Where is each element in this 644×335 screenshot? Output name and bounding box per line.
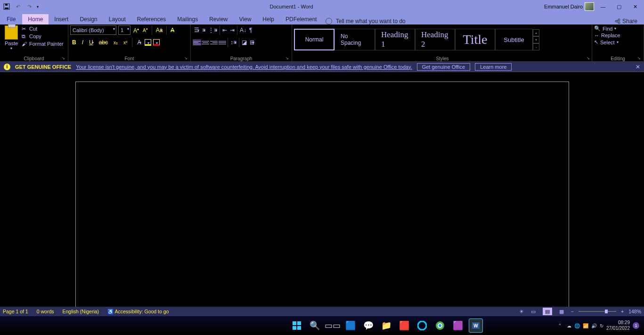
accessibility-indicator[interactable]: ♿ Accessibility: Good to go <box>107 309 169 315</box>
store-button[interactable]: 🟥 <box>397 319 411 333</box>
tell-me-search[interactable]: Tell me what you want to do <box>326 18 406 25</box>
tab-help[interactable]: Help <box>257 14 280 25</box>
share-button[interactable]: Share <box>615 18 644 25</box>
style-heading1[interactable]: Heading 1 <box>375 29 415 50</box>
font-name-input[interactable] <box>70 25 116 35</box>
warning-text[interactable]: Your license isn't genuine, and you may … <box>76 64 412 70</box>
tab-file[interactable]: File <box>0 14 22 25</box>
language-indicator[interactable]: English (Nigeria) <box>62 309 99 314</box>
shading-button[interactable]: ◪ <box>240 39 248 46</box>
chrome-button[interactable] <box>433 319 447 333</box>
search-button[interactable]: 🔍 <box>308 319 322 333</box>
format-painter-button[interactable]: 🖌 Format Painter <box>21 41 65 47</box>
shrink-font-button[interactable]: A▾ <box>142 27 149 33</box>
battery-icon[interactable]: ↻ <box>600 323 603 328</box>
learn-more-button[interactable]: Learn more <box>475 63 512 71</box>
styles-scroll-down[interactable]: ▾ <box>533 36 539 43</box>
replace-button[interactable]: ↔ Replace <box>594 33 620 38</box>
zoom-in-button[interactable]: + <box>621 309 624 314</box>
task-view-button[interactable]: ▭▭ <box>326 319 340 333</box>
redo-icon[interactable]: ↷ <box>25 3 33 10</box>
align-left-button[interactable] <box>193 39 201 46</box>
borders-button[interactable]: ⊞ <box>248 39 256 46</box>
show-marks-button[interactable]: ¶ <box>248 27 253 33</box>
document-page[interactable] <box>75 82 569 316</box>
grow-font-button[interactable]: A▴ <box>132 27 140 34</box>
line-spacing-button[interactable]: ↕≡ <box>229 39 238 46</box>
change-case-button[interactable]: Aa <box>155 27 164 33</box>
zoom-level[interactable]: 148% <box>628 309 641 314</box>
tab-home[interactable]: Home <box>22 14 49 25</box>
user-avatar-icon[interactable] <box>585 2 594 11</box>
select-button[interactable]: ↖ Select ▾ <box>594 39 620 45</box>
undo-icon[interactable]: ↶ <box>14 3 22 10</box>
underline-button[interactable]: U <box>87 39 95 46</box>
notification-badge[interactable]: 1 <box>633 322 639 329</box>
word-count[interactable]: 0 words <box>37 309 54 314</box>
tray-overflow-button[interactable]: ˄ <box>556 323 564 328</box>
increase-indent-button[interactable]: ⇥ <box>228 27 236 33</box>
paste-button[interactable]: Paste ▾ <box>2 25 21 50</box>
style-subtitle[interactable]: Subtitle <box>495 29 533 50</box>
numbering-button[interactable]: ≡ <box>201 27 207 33</box>
close-button[interactable]: ✕ <box>628 2 642 11</box>
file-explorer-button[interactable]: 📁 <box>379 319 393 333</box>
wifi-icon[interactable]: 📶 <box>583 323 588 328</box>
bold-button[interactable]: B <box>70 39 78 46</box>
tab-design[interactable]: Design <box>74 14 103 25</box>
style-normal[interactable]: Normal <box>294 29 334 50</box>
teams-button[interactable]: 💬 <box>361 319 375 333</box>
align-right-button[interactable] <box>210 39 218 46</box>
strike-button[interactable]: abc <box>97 39 110 46</box>
font-color-button[interactable] <box>153 39 160 46</box>
tab-mailings[interactable]: Mailings <box>171 14 204 25</box>
superscript-button[interactable]: x² <box>122 40 129 45</box>
highlight-button[interactable] <box>145 39 151 46</box>
subscript-button[interactable]: x₂ <box>112 40 120 45</box>
read-mode-button[interactable]: ▭ <box>529 308 538 315</box>
font-size-input[interactable] <box>118 25 130 35</box>
page-indicator[interactable]: Page 1 of 1 <box>3 309 28 314</box>
decrease-indent-button[interactable]: ⇤ <box>221 27 228 33</box>
zoom-slider[interactable] <box>579 311 616 312</box>
clock[interactable]: 08:29 27/01/2022 <box>606 320 630 331</box>
get-genuine-button[interactable]: Get genuine Office <box>417 63 471 71</box>
clear-formatting-button[interactable]: A̶ <box>170 27 175 33</box>
tab-pdfelement[interactable]: PDFelement <box>280 14 323 25</box>
styles-scroll-up[interactable]: ▴ <box>533 29 539 36</box>
style-title[interactable]: Title <box>455 29 495 50</box>
cut-button[interactable]: ✂ Cut <box>21 25 65 32</box>
align-center-button[interactable] <box>201 39 210 46</box>
language-icon[interactable]: 🌐 <box>574 323 580 328</box>
tab-review[interactable]: Review <box>204 14 233 25</box>
volume-icon[interactable]: 🔊 <box>591 323 597 328</box>
web-layout-button[interactable]: ▦ <box>557 308 566 315</box>
copy-button[interactable]: ⧉ Copy <box>21 33 65 40</box>
sort-button[interactable]: A↓ <box>238 27 248 33</box>
tab-references[interactable]: References <box>131 14 171 25</box>
app-misc-button[interactable]: 🟪 <box>451 319 465 333</box>
text-effects-button[interactable]: A <box>135 39 143 46</box>
tab-insert[interactable]: Insert <box>49 14 74 25</box>
bullets-button[interactable]: ☰ <box>193 27 201 33</box>
edge-button[interactable] <box>415 319 429 333</box>
style-nospacing[interactable]: No Spacing <box>334 29 375 50</box>
multilevel-button[interactable]: ⋮≡ <box>207 27 219 33</box>
maximize-button[interactable]: ▢ <box>612 2 626 11</box>
tab-view[interactable]: View <box>234 14 257 25</box>
display-settings-icon[interactable]: ☀ <box>519 309 524 314</box>
word-button[interactable]: W <box>469 319 483 333</box>
onedrive-icon[interactable]: ☁ <box>567 323 571 328</box>
save-icon[interactable] <box>3 3 10 10</box>
user-name[interactable]: Emmanuel Dairo <box>544 4 583 9</box>
style-heading2[interactable]: Heading 2 <box>415 29 455 50</box>
minimize-button[interactable]: — <box>596 2 610 11</box>
print-layout-button[interactable]: ▤ <box>543 308 552 315</box>
widgets-button[interactable]: 🟦 <box>343 319 358 333</box>
zoom-out-button[interactable]: − <box>571 309 574 314</box>
find-button[interactable]: 🔍 Find ▾ <box>594 25 620 32</box>
italic-button[interactable]: I <box>80 39 85 46</box>
styles-expand[interactable]: ⌄ <box>533 43 539 50</box>
justify-button[interactable] <box>218 39 227 46</box>
tab-layout[interactable]: Layout <box>103 14 131 25</box>
